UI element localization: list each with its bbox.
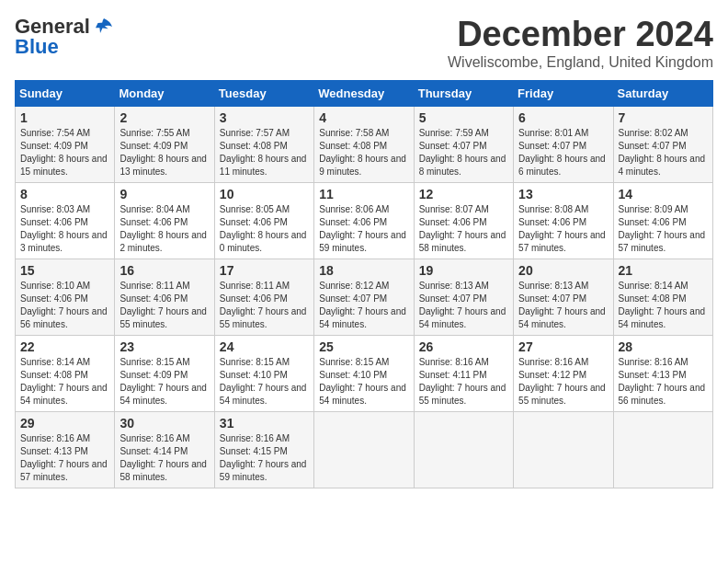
calendar-table: SundayMondayTuesdayWednesdayThursdayFrid… — [15, 80, 713, 488]
cell-content: Sunrise: 8:14 AMSunset: 4:08 PMDaylight:… — [619, 280, 708, 331]
cell-content: Sunrise: 8:06 AMSunset: 4:06 PMDaylight:… — [319, 203, 408, 255]
cell-content: Sunrise: 8:14 AMSunset: 4:08 PMDaylight:… — [20, 356, 109, 408]
cell-content: Sunrise: 8:13 AMSunset: 4:07 PMDaylight:… — [419, 280, 508, 331]
calendar-cell: 26Sunrise: 8:16 AMSunset: 4:11 PMDayligh… — [414, 336, 513, 412]
calendar-cell: 20Sunrise: 8:13 AMSunset: 4:07 PMDayligh… — [514, 259, 613, 336]
calendar-week-row: 22Sunrise: 8:14 AMSunset: 4:08 PMDayligh… — [16, 336, 713, 412]
calendar-cell — [613, 412, 712, 488]
day-header-saturday: Saturday — [613, 81, 712, 107]
calendar-cell: 4Sunrise: 7:58 AMSunset: 4:08 PMDaylight… — [314, 107, 414, 183]
calendar-cell: 23Sunrise: 8:15 AMSunset: 4:09 PMDayligh… — [115, 336, 214, 412]
calendar-cell — [314, 412, 414, 488]
logo-bird-icon — [94, 17, 114, 37]
day-number: 30 — [119, 416, 209, 431]
cell-content: Sunrise: 8:01 AMSunset: 4:07 PMDaylight:… — [518, 127, 608, 178]
calendar-cell: 14Sunrise: 8:09 AMSunset: 4:06 PMDayligh… — [613, 183, 712, 259]
calendar-cell: 6Sunrise: 8:01 AMSunset: 4:07 PMDaylight… — [514, 107, 613, 183]
day-header-thursday: Thursday — [414, 81, 513, 107]
day-number: 11 — [319, 187, 408, 201]
calendar-week-row: 29Sunrise: 8:16 AMSunset: 4:13 PMDayligh… — [16, 412, 713, 488]
day-number: 31 — [220, 416, 309, 431]
cell-content: Sunrise: 7:57 AMSunset: 4:08 PMDaylight:… — [220, 127, 309, 178]
cell-content: Sunrise: 8:15 AMSunset: 4:10 PMDaylight:… — [220, 356, 309, 408]
header: General Blue December 2024 Wiveliscombe,… — [15, 15, 713, 71]
calendar-cell: 29Sunrise: 8:16 AMSunset: 4:13 PMDayligh… — [16, 412, 115, 488]
cell-content: Sunrise: 7:59 AMSunset: 4:07 PMDaylight:… — [419, 127, 508, 178]
day-number: 2 — [119, 110, 209, 125]
cell-content: Sunrise: 8:09 AMSunset: 4:06 PMDaylight:… — [619, 203, 708, 255]
calendar-cell: 9Sunrise: 8:04 AMSunset: 4:06 PMDaylight… — [115, 183, 214, 259]
cell-content: Sunrise: 8:07 AMSunset: 4:06 PMDaylight:… — [419, 203, 508, 255]
calendar-cell: 10Sunrise: 8:05 AMSunset: 4:06 PMDayligh… — [214, 183, 313, 259]
day-number: 28 — [619, 339, 708, 354]
location-subtitle: Wiveliscombe, England, United Kingdom — [448, 54, 713, 71]
cell-content: Sunrise: 8:03 AMSunset: 4:06 PMDaylight:… — [20, 203, 109, 255]
cell-content: Sunrise: 8:02 AMSunset: 4:07 PMDaylight:… — [619, 127, 708, 178]
calendar-week-row: 1Sunrise: 7:54 AMSunset: 4:09 PMDaylight… — [16, 107, 713, 183]
calendar-cell: 15Sunrise: 8:10 AMSunset: 4:06 PMDayligh… — [16, 259, 115, 336]
cell-content: Sunrise: 8:13 AMSunset: 4:07 PMDaylight:… — [518, 280, 608, 331]
day-number: 4 — [319, 110, 408, 125]
calendar-header-row: SundayMondayTuesdayWednesdayThursdayFrid… — [16, 81, 713, 107]
calendar-cell: 24Sunrise: 8:15 AMSunset: 4:10 PMDayligh… — [214, 336, 313, 412]
day-number: 12 — [419, 187, 508, 201]
cell-content: Sunrise: 8:16 AMSunset: 4:13 PMDaylight:… — [619, 356, 708, 408]
day-number: 13 — [518, 187, 608, 201]
calendar-cell: 1Sunrise: 7:54 AMSunset: 4:09 PMDaylight… — [16, 107, 115, 183]
day-number: 27 — [518, 339, 608, 354]
calendar-body: 1Sunrise: 7:54 AMSunset: 4:09 PMDaylight… — [16, 107, 713, 488]
cell-content: Sunrise: 8:11 AMSunset: 4:06 PMDaylight:… — [119, 280, 209, 331]
cell-content: Sunrise: 8:16 AMSunset: 4:15 PMDaylight:… — [220, 432, 309, 484]
day-number: 16 — [119, 263, 209, 278]
day-number: 18 — [319, 263, 408, 278]
calendar-cell: 21Sunrise: 8:14 AMSunset: 4:08 PMDayligh… — [613, 259, 712, 336]
day-number: 25 — [319, 339, 408, 354]
calendar-cell: 28Sunrise: 8:16 AMSunset: 4:13 PMDayligh… — [613, 336, 712, 412]
cell-content: Sunrise: 8:16 AMSunset: 4:13 PMDaylight:… — [20, 432, 109, 484]
calendar-cell: 30Sunrise: 8:16 AMSunset: 4:14 PMDayligh… — [115, 412, 214, 488]
title-area: December 2024 Wiveliscombe, England, Uni… — [448, 15, 713, 71]
calendar-cell: 19Sunrise: 8:13 AMSunset: 4:07 PMDayligh… — [414, 259, 513, 336]
calendar-week-row: 15Sunrise: 8:10 AMSunset: 4:06 PMDayligh… — [16, 259, 713, 336]
calendar-cell: 12Sunrise: 8:07 AMSunset: 4:06 PMDayligh… — [414, 183, 513, 259]
cell-content: Sunrise: 8:08 AMSunset: 4:06 PMDaylight:… — [518, 203, 608, 255]
cell-content: Sunrise: 8:12 AMSunset: 4:07 PMDaylight:… — [319, 280, 408, 331]
day-number: 22 — [20, 339, 109, 354]
cell-content: Sunrise: 7:55 AMSunset: 4:09 PMDaylight:… — [119, 127, 209, 178]
cell-content: Sunrise: 8:10 AMSunset: 4:06 PMDaylight:… — [20, 280, 109, 331]
calendar-cell: 27Sunrise: 8:16 AMSunset: 4:12 PMDayligh… — [514, 336, 613, 412]
cell-content: Sunrise: 8:16 AMSunset: 4:14 PMDaylight:… — [119, 432, 209, 484]
day-number: 3 — [220, 110, 309, 125]
day-number: 24 — [220, 339, 309, 354]
calendar-cell: 17Sunrise: 8:11 AMSunset: 4:06 PMDayligh… — [214, 259, 313, 336]
month-title: December 2024 — [448, 15, 713, 54]
cell-content: Sunrise: 8:16 AMSunset: 4:12 PMDaylight:… — [518, 356, 608, 408]
cell-content: Sunrise: 8:15 AMSunset: 4:10 PMDaylight:… — [319, 356, 408, 408]
calendar-cell: 7Sunrise: 8:02 AMSunset: 4:07 PMDaylight… — [613, 107, 712, 183]
cell-content: Sunrise: 8:11 AMSunset: 4:06 PMDaylight:… — [220, 280, 309, 331]
calendar-cell: 5Sunrise: 7:59 AMSunset: 4:07 PMDaylight… — [414, 107, 513, 183]
day-number: 29 — [20, 416, 109, 431]
day-number: 7 — [619, 110, 708, 125]
day-number: 26 — [419, 339, 508, 354]
day-number: 1 — [20, 110, 109, 125]
calendar-cell: 2Sunrise: 7:55 AMSunset: 4:09 PMDaylight… — [115, 107, 214, 183]
day-number: 6 — [518, 110, 608, 125]
day-number: 23 — [119, 339, 209, 354]
day-header-monday: Monday — [115, 81, 214, 107]
day-number: 20 — [518, 263, 608, 278]
calendar-cell: 18Sunrise: 8:12 AMSunset: 4:07 PMDayligh… — [314, 259, 414, 336]
day-header-wednesday: Wednesday — [314, 81, 414, 107]
day-number: 14 — [619, 187, 708, 201]
cell-content: Sunrise: 8:04 AMSunset: 4:06 PMDaylight:… — [119, 203, 209, 255]
calendar-cell: 16Sunrise: 8:11 AMSunset: 4:06 PMDayligh… — [115, 259, 214, 336]
cell-content: Sunrise: 8:05 AMSunset: 4:06 PMDaylight:… — [220, 203, 309, 255]
day-number: 8 — [20, 187, 109, 201]
logo: General Blue — [15, 15, 114, 59]
calendar-week-row: 8Sunrise: 8:03 AMSunset: 4:06 PMDaylight… — [16, 183, 713, 259]
day-number: 21 — [619, 263, 708, 278]
cell-content: Sunrise: 7:54 AMSunset: 4:09 PMDaylight:… — [20, 127, 109, 178]
logo-blue: Blue — [15, 35, 59, 59]
cell-content: Sunrise: 8:15 AMSunset: 4:09 PMDaylight:… — [119, 356, 209, 408]
calendar-cell: 13Sunrise: 8:08 AMSunset: 4:06 PMDayligh… — [514, 183, 613, 259]
